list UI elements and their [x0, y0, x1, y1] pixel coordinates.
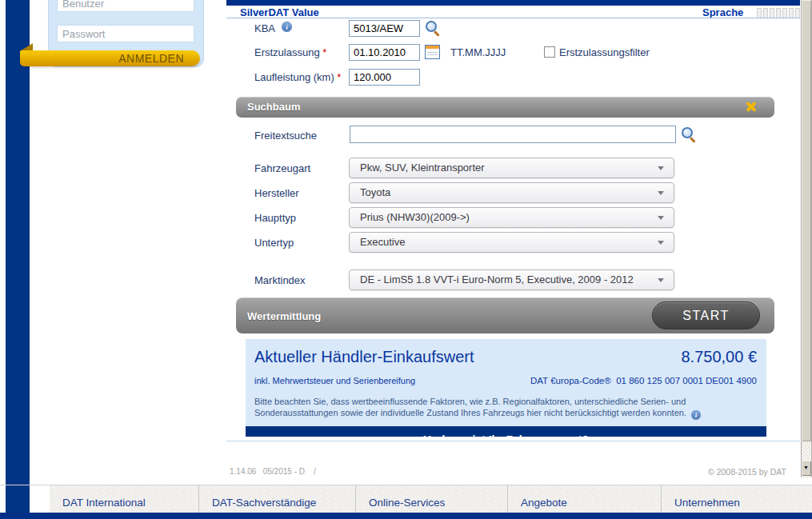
- untertyp-dropdown[interactable]: Executive: [349, 232, 674, 253]
- footer-link-angebote[interactable]: Angebote: [507, 485, 661, 513]
- banner-clipped-text: Und was ist Ihr Fahrzeug wert?: [246, 433, 766, 437]
- fahrzeugart-value: Pkw, SUV, Kleintransporter: [360, 162, 485, 174]
- required-asterisk: *: [322, 46, 326, 58]
- erstzulassung-input[interactable]: [349, 44, 420, 61]
- result-notice-text: Bitte beachten Sie, dass wertbeeinflusse…: [254, 397, 686, 417]
- marktindex-value: DE - LimS5 1.8 VVT-i Euro-Norm 5, Execut…: [360, 273, 634, 285]
- footer-link-online-services[interactable]: Online-Services: [355, 485, 507, 513]
- notice-info-icon[interactable]: [691, 410, 701, 420]
- erstzulassung-label-text: Erstzulassung: [254, 46, 320, 58]
- europa-code-label: DAT €uropa-Code®: [530, 376, 611, 385]
- scrollbar-track[interactable]: [801, 0, 812, 477]
- chevron-down-icon: [658, 241, 664, 245]
- footer-nav: DAT International DAT-Sachverständige On…: [50, 485, 812, 513]
- kba-info-icon[interactable]: [282, 22, 292, 32]
- version-info: 1.14.06 05/2015 - D /: [230, 467, 316, 476]
- kba-search-icon[interactable]: [425, 20, 441, 36]
- calendar-icon[interactable]: [425, 45, 440, 59]
- wertermittlung-section-title: Wertermittlung: [247, 310, 321, 322]
- magnifier-handle: [434, 30, 440, 37]
- hersteller-dropdown[interactable]: Toyota: [349, 182, 674, 203]
- untertyp-label: Untertyp: [254, 237, 294, 249]
- erstzulassungsfilter-label: Erstzulassungsfilter: [559, 46, 650, 58]
- wertermittlung-section-bar: Wertermittlung START: [236, 297, 774, 333]
- header-divider: [226, 18, 800, 18]
- chevron-down-icon: [658, 278, 664, 282]
- close-icon[interactable]: [745, 101, 757, 113]
- result-value: 8.750,00 €: [681, 348, 757, 366]
- europa-code-value: 01 860 125 007 0001 DE001 4900: [616, 376, 757, 385]
- anmelden-button[interactable]: ANMELDEN: [20, 50, 200, 66]
- result-panel: Aktueller Händler-Einkaufswert 8.750,00 …: [246, 339, 766, 437]
- result-notice: Bitte beachten Sie, dass wertbeeinflusse…: [254, 396, 702, 420]
- erstzulassung-label: Erstzulassung *: [254, 46, 326, 58]
- start-button[interactable]: START: [652, 301, 760, 329]
- haupttyp-dropdown[interactable]: Prius (NHW30)(2009->): [349, 207, 674, 228]
- result-bottom-banner: Und was ist Ihr Fahrzeug wert?: [246, 426, 766, 437]
- fahrzeugart-dropdown[interactable]: Pkw, SUV, Kleintransporter: [349, 158, 674, 178]
- language-menu[interactable]: Sprache: [702, 6, 743, 18]
- content-bottom-divider: [226, 441, 800, 441]
- bottom-navy-bar: [0, 513, 812, 519]
- username-input[interactable]: [57, 0, 194, 12]
- marktindex-dropdown[interactable]: DE - LimS5 1.8 VVT-i Euro-Norm 5, Execut…: [349, 269, 674, 290]
- top-navy-bar: [226, 0, 800, 6]
- result-subtitle: inkl. Mehrwertsteuer und Serienbereifung: [254, 376, 415, 385]
- footer-link-dat-sachverstaendige[interactable]: DAT-Sachverständige: [198, 485, 355, 513]
- haupttyp-label: Haupttyp: [254, 212, 296, 224]
- magnifier-handle: [690, 137, 696, 143]
- chevron-down-icon: [658, 191, 664, 195]
- marktindex-label: Marktindex: [254, 274, 306, 286]
- required-asterisk: *: [337, 71, 341, 83]
- silverdat-value-page: ANMELDEN SilverDAT Value Sprache KBA Ers…: [0, 0, 812, 519]
- untertyp-value: Executive: [360, 236, 405, 248]
- hersteller-label: Hersteller: [254, 187, 299, 199]
- freitextsuche-input[interactable]: [350, 126, 676, 143]
- fahrzeugart-label: Fahrzeugart: [254, 162, 310, 174]
- kba-input[interactable]: [349, 20, 420, 37]
- footer-link-dat-international[interactable]: DAT International: [50, 485, 198, 513]
- europa-code: DAT €uropa-Code® 01 860 125 007 0001 DE0…: [530, 376, 757, 385]
- haupttyp-value: Prius (NHW30)(2009->): [360, 211, 470, 223]
- result-title: Aktueller Händler-Einkaufswert: [254, 348, 474, 366]
- password-input[interactable]: [57, 25, 194, 42]
- suchbaum-section-title: Suchbaum: [247, 101, 300, 113]
- kba-label: KBA: [254, 22, 275, 34]
- freitextsuche-label: Freitextsuche: [254, 130, 317, 142]
- scrollbar-down-button[interactable]: [802, 461, 811, 476]
- footer-link-unternehmen[interactable]: Unternehmen: [661, 485, 812, 513]
- laufleistung-label: Laufleistung (km) *: [254, 71, 341, 83]
- erstzulassungsfilter-checkbox[interactable]: [544, 46, 555, 58]
- left-accent-bar: [6, 0, 30, 513]
- laufleistung-input[interactable]: [349, 69, 420, 86]
- hersteller-value: Toyota: [360, 186, 390, 198]
- laufleistung-label-text: Laufleistung (km): [254, 71, 334, 83]
- suchbaum-section-bar: Suchbaum: [236, 97, 774, 118]
- chevron-down-icon: [658, 166, 664, 170]
- scrollbar-thumb[interactable]: [802, 0, 811, 441]
- copyright: © 2008-2015 by DAT: [708, 467, 786, 477]
- date-format-hint: TT.MM.JJJJ: [450, 46, 506, 58]
- chevron-down-icon: [658, 216, 664, 220]
- app-title: SilverDAT Value: [240, 6, 319, 18]
- freitextsuche-search-icon[interactable]: [681, 126, 697, 142]
